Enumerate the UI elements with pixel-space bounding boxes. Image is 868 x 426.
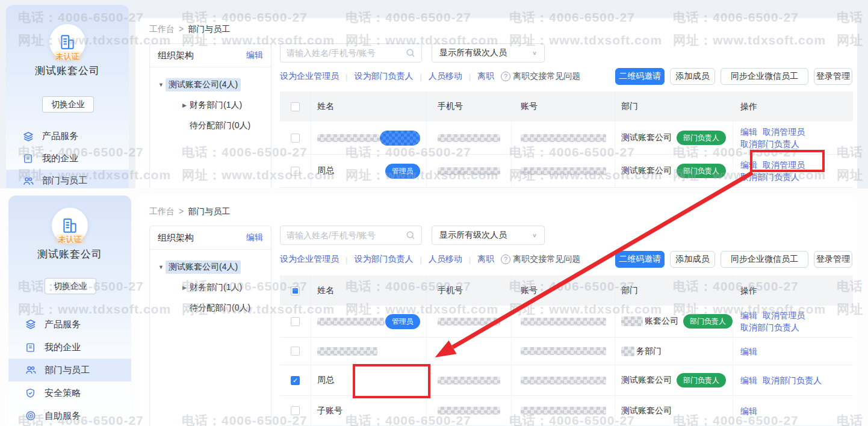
sidebar-item-security[interactable]: 安全策略 <box>8 381 131 404</box>
set-admin-link[interactable]: 设为企业管理员 <box>280 254 339 265</box>
add-member-button[interactable]: 添加成员 <box>670 68 715 85</box>
chevron-down-icon: ∨ <box>532 232 537 238</box>
company-sidebar: 未认证 测试账套公司 切换企业 产品服务 我的企业 部门与员工 安全 <box>8 196 131 426</box>
sidebar-item-products[interactable]: 产品服务 <box>6 125 129 147</box>
row-checkbox[interactable] <box>291 317 300 326</box>
tree-item-unassigned-dept[interactable]: 待分配部门(0人) <box>150 298 271 318</box>
building-icon <box>60 216 79 235</box>
switch-company-button[interactable]: 切换企业 <box>42 96 94 113</box>
qr-invite-button[interactable]: 二维码邀请 <box>615 68 665 85</box>
set-admin-link[interactable]: 设为企业管理员 <box>280 71 339 82</box>
set-leader-link[interactable]: 设为部门负责人 <box>354 254 413 265</box>
sidebar-item-label: 部门与员工 <box>42 175 87 187</box>
sidebar-item-departments[interactable]: 部门与员工 <box>6 170 129 188</box>
verify-status: 未认证 <box>6 51 129 62</box>
col-header-account: 账号 <box>512 276 615 306</box>
move-staff-link[interactable]: 人员移动 <box>429 254 462 265</box>
cancel-admin-link[interactable]: 取消管理员 <box>763 126 805 138</box>
table-header-row: 姓名 手机号 账号 部门 操作 <box>280 276 853 306</box>
table-header-row: 姓名 手机号 账号 部门 操作 <box>280 91 853 122</box>
add-member-button[interactable]: 添加成员 <box>670 251 715 268</box>
table-row-selected: ✓ 周总 测试账套公司部门负责人 编辑取消部门负责人 <box>280 365 853 396</box>
breadcrumb-root[interactable]: 工作台 <box>149 24 175 35</box>
col-header-name: 姓名 <box>311 91 427 122</box>
set-leader-link[interactable]: 设为部门负责人 <box>354 71 413 82</box>
cancel-leader-link[interactable]: 取消部门负责人 <box>740 138 799 150</box>
breadcrumb-separator: > <box>179 24 184 35</box>
sidebar-item-products[interactable]: 产品服务 <box>8 313 131 336</box>
login-manage-button[interactable]: 登录管理 <box>814 251 852 268</box>
org-edit-link[interactable]: 编辑 <box>246 232 263 243</box>
login-manage-button[interactable]: 登录管理 <box>814 68 852 85</box>
table-row: 周总管理员 测试账套公司部门负责人 编辑取消管理员 取消部门负责人 <box>280 155 853 188</box>
tree-item-company[interactable]: ▼ 测试账套公司(4人) <box>150 75 271 95</box>
sidebar-item-my-company[interactable]: 我的企业 <box>8 336 131 359</box>
col-header-phone: 手机号 <box>427 276 512 306</box>
building-icon <box>58 32 77 52</box>
sync-wechat-button[interactable]: 同步企业微信员工 <box>721 251 808 268</box>
edit-link[interactable]: 编辑 <box>740 159 757 171</box>
cancel-leader-link[interactable]: 取消部门负责人 <box>740 321 799 333</box>
people-icon <box>25 365 37 376</box>
resign-link[interactable]: 离职 <box>477 254 494 265</box>
sidebar-item-departments[interactable]: 部门与员工 <box>8 359 131 381</box>
level-filter-select[interactable]: 显示所有级次人员 ∨ <box>432 226 545 245</box>
switch-company-button[interactable]: 切换企业 <box>45 278 96 294</box>
caret-right-icon[interactable]: ▶ <box>182 285 190 291</box>
row-checkbox[interactable] <box>291 406 300 415</box>
resign-link[interactable]: 离职 <box>477 71 494 82</box>
row-checkbox[interactable] <box>291 134 300 143</box>
resign-faq-link[interactable]: ?离职交接常见问题 <box>501 71 580 82</box>
breadcrumb-root[interactable]: 工作台 <box>149 206 175 217</box>
redacted-phone <box>438 167 500 175</box>
cancel-admin-link[interactable]: 取消管理员 <box>763 309 805 321</box>
row-checkbox[interactable]: ✓ <box>291 376 300 385</box>
sync-wechat-button[interactable]: 同步企业微信员工 <box>721 68 808 85</box>
select-all-checkbox[interactable] <box>291 286 300 295</box>
table-row: 测试账套公司部门负责人 编辑取消管理员 取消部门负责人 <box>280 122 853 155</box>
level-filter-select[interactable]: 显示所有级次人员 ∨ <box>432 43 545 63</box>
org-panel-title: 组织架构 <box>158 50 194 61</box>
search-icon[interactable] <box>406 230 415 240</box>
col-header-dept: 部门 <box>615 91 733 122</box>
question-icon: ? <box>501 72 510 81</box>
row-checkbox[interactable] <box>291 167 300 176</box>
edit-link[interactable]: 编辑 <box>740 345 757 357</box>
sidebar-menu: 产品服务 我的企业 部门与员工 安全策略 自助服务 <box>8 313 131 426</box>
move-staff-link[interactable]: 人员移动 <box>429 71 462 82</box>
edit-link[interactable]: 编辑 <box>740 405 757 417</box>
search-input[interactable] <box>287 48 406 58</box>
caret-right-icon[interactable]: ▶ <box>182 102 190 108</box>
search-box <box>280 43 422 63</box>
search-input[interactable] <box>287 230 406 240</box>
cancel-leader-link[interactable]: 取消部门负责人 <box>763 374 822 386</box>
screenshot-bottom: 未认证 测试账套公司 切换企业 产品服务 我的企业 部门与员工 安全 <box>0 188 868 426</box>
verify-badge: 未认证 <box>55 234 85 244</box>
caret-down-icon[interactable]: ▼ <box>158 82 166 88</box>
cancel-leader-link[interactable]: 取消部门负责人 <box>740 171 799 183</box>
batch-actions-row: 设为企业管理员 | 设为部门负责人 | 人员移动 | 离职 ?离职交接常见问题 <box>280 70 580 82</box>
redacted-dept-prefix <box>621 316 643 326</box>
tree-item-company[interactable]: ▼ 测试账套公司(4人) <box>150 257 271 277</box>
tree-item-finance-dept[interactable]: ▶ 财务部门(1人) <box>150 277 271 298</box>
col-header-actions: 操作 <box>733 91 853 122</box>
sidebar-item-self-service[interactable]: 自助服务 <box>8 404 131 426</box>
dept-name: 测试账套公司 <box>621 375 672 386</box>
caret-down-icon[interactable]: ▼ <box>158 264 166 270</box>
org-structure-panel: 组织架构 编辑 ▼ 测试账套公司(4人) ▶ 财务部门(1人) 待分配部门(0人… <box>149 226 271 426</box>
tree-item-finance-dept[interactable]: ▶ 财务部门(1人) <box>150 95 271 116</box>
sidebar-item-my-company[interactable]: 我的企业 <box>6 147 129 170</box>
resign-faq-link[interactable]: ?离职交接常见问题 <box>501 254 580 265</box>
tree-item-unassigned-dept[interactable]: 待分配部门(0人) <box>150 116 271 136</box>
row-checkbox[interactable] <box>291 347 300 356</box>
edit-link[interactable]: 编辑 <box>740 126 757 138</box>
cancel-admin-link[interactable]: 取消管理员 <box>763 159 805 171</box>
edit-link[interactable]: 编辑 <box>740 309 757 321</box>
search-icon[interactable] <box>406 48 415 58</box>
org-edit-link[interactable]: 编辑 <box>246 50 263 61</box>
staff-table: 姓名 手机号 账号 部门 操作 测试账套公司部门负责人 编辑取消管理员 取消部门… <box>280 91 853 188</box>
select-all-checkbox[interactable] <box>291 102 300 111</box>
edit-link[interactable]: 编辑 <box>740 374 757 386</box>
redacted-name <box>317 347 377 356</box>
qr-invite-button[interactable]: 二维码邀请 <box>615 251 665 268</box>
